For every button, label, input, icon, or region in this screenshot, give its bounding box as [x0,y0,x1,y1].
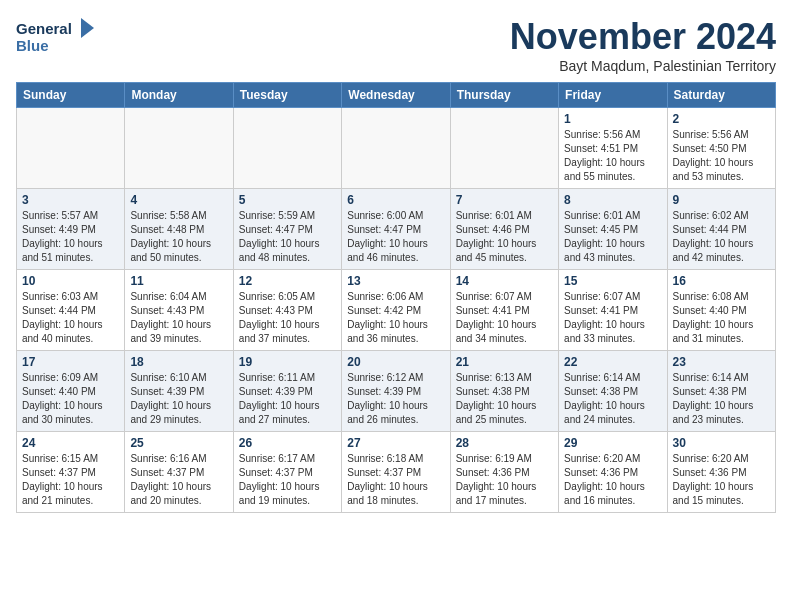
day-number: 29 [564,436,661,450]
header-saturday: Saturday [667,83,775,108]
day-number: 23 [673,355,770,369]
table-row: 24Sunrise: 6:15 AMSunset: 4:37 PMDayligh… [17,432,125,513]
month-title: November 2024 [510,16,776,58]
table-row: 30Sunrise: 6:20 AMSunset: 4:36 PMDayligh… [667,432,775,513]
day-number: 17 [22,355,119,369]
day-info: Sunrise: 6:04 AMSunset: 4:43 PMDaylight:… [130,290,227,346]
table-row: 28Sunrise: 6:19 AMSunset: 4:36 PMDayligh… [450,432,558,513]
table-row: 2Sunrise: 5:56 AMSunset: 4:50 PMDaylight… [667,108,775,189]
day-info: Sunrise: 6:02 AMSunset: 4:44 PMDaylight:… [673,209,770,265]
calendar-header-row: SundayMondayTuesdayWednesdayThursdayFrid… [17,83,776,108]
week-row-3: 10Sunrise: 6:03 AMSunset: 4:44 PMDayligh… [17,270,776,351]
day-info: Sunrise: 6:01 AMSunset: 4:46 PMDaylight:… [456,209,553,265]
day-info: Sunrise: 6:13 AMSunset: 4:38 PMDaylight:… [456,371,553,427]
logo: General Blue [16,16,96,61]
table-row: 20Sunrise: 6:12 AMSunset: 4:39 PMDayligh… [342,351,450,432]
day-info: Sunrise: 6:20 AMSunset: 4:36 PMDaylight:… [673,452,770,508]
table-row [17,108,125,189]
day-info: Sunrise: 6:07 AMSunset: 4:41 PMDaylight:… [456,290,553,346]
table-row: 15Sunrise: 6:07 AMSunset: 4:41 PMDayligh… [559,270,667,351]
day-number: 2 [673,112,770,126]
table-row [342,108,450,189]
day-info: Sunrise: 6:14 AMSunset: 4:38 PMDaylight:… [564,371,661,427]
header-tuesday: Tuesday [233,83,341,108]
day-number: 30 [673,436,770,450]
day-number: 13 [347,274,444,288]
day-number: 15 [564,274,661,288]
table-row: 1Sunrise: 5:56 AMSunset: 4:51 PMDaylight… [559,108,667,189]
day-number: 10 [22,274,119,288]
week-row-1: 1Sunrise: 5:56 AMSunset: 4:51 PMDaylight… [17,108,776,189]
table-row: 22Sunrise: 6:14 AMSunset: 4:38 PMDayligh… [559,351,667,432]
table-row: 9Sunrise: 6:02 AMSunset: 4:44 PMDaylight… [667,189,775,270]
day-info: Sunrise: 6:20 AMSunset: 4:36 PMDaylight:… [564,452,661,508]
day-info: Sunrise: 6:17 AMSunset: 4:37 PMDaylight:… [239,452,336,508]
day-info: Sunrise: 6:19 AMSunset: 4:36 PMDaylight:… [456,452,553,508]
table-row: 13Sunrise: 6:06 AMSunset: 4:42 PMDayligh… [342,270,450,351]
table-row: 17Sunrise: 6:09 AMSunset: 4:40 PMDayligh… [17,351,125,432]
location-subtitle: Bayt Maqdum, Palestinian Territory [510,58,776,74]
day-number: 19 [239,355,336,369]
table-row: 8Sunrise: 6:01 AMSunset: 4:45 PMDaylight… [559,189,667,270]
day-number: 21 [456,355,553,369]
day-number: 4 [130,193,227,207]
table-row: 7Sunrise: 6:01 AMSunset: 4:46 PMDaylight… [450,189,558,270]
table-row: 23Sunrise: 6:14 AMSunset: 4:38 PMDayligh… [667,351,775,432]
day-number: 22 [564,355,661,369]
table-row: 27Sunrise: 6:18 AMSunset: 4:37 PMDayligh… [342,432,450,513]
title-block: November 2024 Bayt Maqdum, Palestinian T… [510,16,776,74]
day-number: 1 [564,112,661,126]
day-info: Sunrise: 6:11 AMSunset: 4:39 PMDaylight:… [239,371,336,427]
day-info: Sunrise: 6:16 AMSunset: 4:37 PMDaylight:… [130,452,227,508]
day-info: Sunrise: 6:07 AMSunset: 4:41 PMDaylight:… [564,290,661,346]
day-number: 28 [456,436,553,450]
day-number: 9 [673,193,770,207]
day-number: 3 [22,193,119,207]
day-info: Sunrise: 6:05 AMSunset: 4:43 PMDaylight:… [239,290,336,346]
table-row: 21Sunrise: 6:13 AMSunset: 4:38 PMDayligh… [450,351,558,432]
day-info: Sunrise: 6:03 AMSunset: 4:44 PMDaylight:… [22,290,119,346]
svg-marker-2 [81,18,94,38]
day-number: 7 [456,193,553,207]
header-wednesday: Wednesday [342,83,450,108]
table-row: 3Sunrise: 5:57 AMSunset: 4:49 PMDaylight… [17,189,125,270]
table-row [233,108,341,189]
table-row: 19Sunrise: 6:11 AMSunset: 4:39 PMDayligh… [233,351,341,432]
day-number: 16 [673,274,770,288]
day-info: Sunrise: 6:18 AMSunset: 4:37 PMDaylight:… [347,452,444,508]
week-row-2: 3Sunrise: 5:57 AMSunset: 4:49 PMDaylight… [17,189,776,270]
day-info: Sunrise: 5:58 AMSunset: 4:48 PMDaylight:… [130,209,227,265]
table-row [125,108,233,189]
day-info: Sunrise: 6:09 AMSunset: 4:40 PMDaylight:… [22,371,119,427]
table-row: 10Sunrise: 6:03 AMSunset: 4:44 PMDayligh… [17,270,125,351]
header-sunday: Sunday [17,83,125,108]
table-row: 18Sunrise: 6:10 AMSunset: 4:39 PMDayligh… [125,351,233,432]
day-info: Sunrise: 6:00 AMSunset: 4:47 PMDaylight:… [347,209,444,265]
day-info: Sunrise: 5:56 AMSunset: 4:50 PMDaylight:… [673,128,770,184]
table-row: 29Sunrise: 6:20 AMSunset: 4:36 PMDayligh… [559,432,667,513]
table-row: 6Sunrise: 6:00 AMSunset: 4:47 PMDaylight… [342,189,450,270]
day-number: 11 [130,274,227,288]
day-number: 12 [239,274,336,288]
day-number: 8 [564,193,661,207]
day-number: 25 [130,436,227,450]
table-row: 4Sunrise: 5:58 AMSunset: 4:48 PMDaylight… [125,189,233,270]
table-row [450,108,558,189]
day-number: 6 [347,193,444,207]
table-row: 12Sunrise: 6:05 AMSunset: 4:43 PMDayligh… [233,270,341,351]
header-thursday: Thursday [450,83,558,108]
day-info: Sunrise: 6:08 AMSunset: 4:40 PMDaylight:… [673,290,770,346]
table-row: 11Sunrise: 6:04 AMSunset: 4:43 PMDayligh… [125,270,233,351]
day-info: Sunrise: 5:57 AMSunset: 4:49 PMDaylight:… [22,209,119,265]
svg-text:Blue: Blue [16,37,49,54]
page-header: General Blue November 2024 Bayt Maqdum, … [16,16,776,74]
table-row: 26Sunrise: 6:17 AMSunset: 4:37 PMDayligh… [233,432,341,513]
logo-icon: General Blue [16,16,96,61]
day-info: Sunrise: 6:14 AMSunset: 4:38 PMDaylight:… [673,371,770,427]
day-number: 18 [130,355,227,369]
week-row-4: 17Sunrise: 6:09 AMSunset: 4:40 PMDayligh… [17,351,776,432]
day-number: 5 [239,193,336,207]
day-number: 14 [456,274,553,288]
day-info: Sunrise: 5:56 AMSunset: 4:51 PMDaylight:… [564,128,661,184]
svg-text:General: General [16,20,72,37]
